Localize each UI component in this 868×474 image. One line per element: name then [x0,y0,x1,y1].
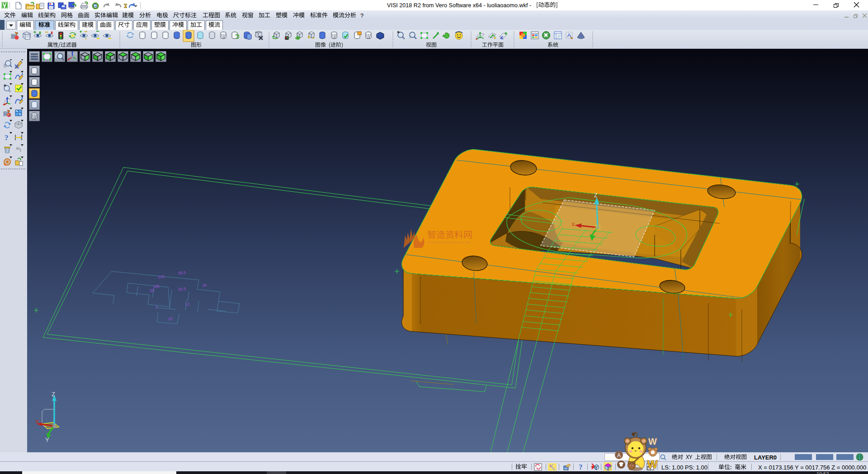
svg-text:Y: Y [45,436,49,443]
svg-text:50: 50 [150,288,155,293]
svg-text:?: ? [579,463,583,471]
svg-text:225: 225 [158,275,165,280]
svg-text:A: A [617,452,621,459]
svg-text:Z: Z [52,391,55,398]
svg-text:62.5: 62.5 [178,286,186,292]
svg-text:12: 12 [185,302,190,307]
svg-text:X: X [571,222,575,227]
svg-text:Z: Z [594,192,597,199]
svg-text:X: X [35,418,39,425]
svg-text:10: 10 [564,467,567,470]
svg-text:W: W [647,458,658,470]
svg-text:10: 10 [168,316,173,321]
svg-text:?: ? [5,133,9,142]
svg-text:65.5: 65.5 [178,270,186,275]
svg-text:34: 34 [202,283,207,288]
svg-text:W: W [648,436,657,446]
